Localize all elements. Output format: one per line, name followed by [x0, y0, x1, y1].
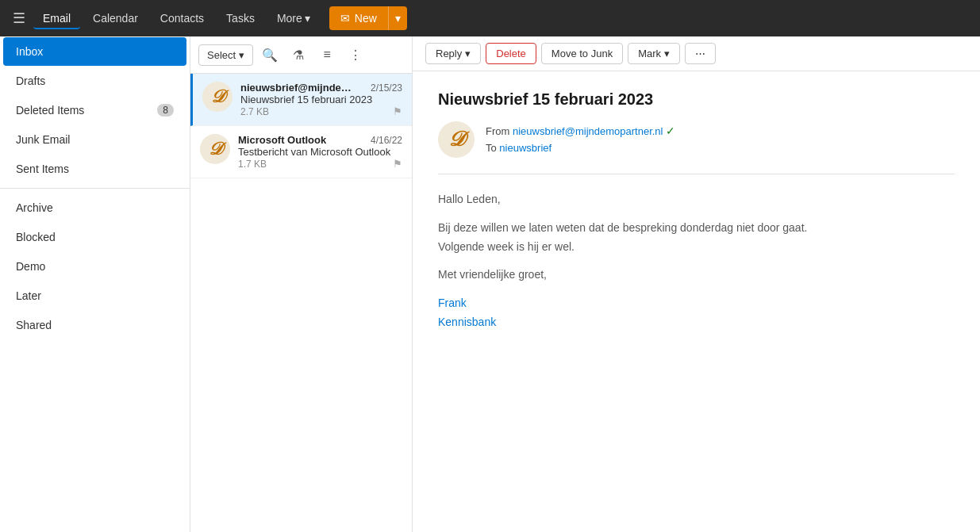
sort-button[interactable]: ≡	[315, 43, 339, 67]
new-button-label: New	[355, 12, 377, 25]
reader-more-button[interactable]: ⋯	[685, 43, 716, 64]
email-sender: Microsoft Outlook	[238, 134, 326, 146]
filter-icon: ⚗	[293, 48, 304, 63]
sidebar-item-label: Drafts	[16, 75, 45, 87]
email-greeting: Hallo Leden,	[438, 190, 955, 209]
email-item[interactable]: 𝒟 Microsoft Outlook 4/16/22 Testbericht …	[190, 126, 412, 178]
sidebar-item-inbox[interactable]: Inbox	[3, 37, 186, 66]
to-label: To	[486, 142, 497, 154]
email-date: 4/16/22	[371, 135, 402, 146]
email-body: Hallo Leden, Bij deze willen we laten we…	[438, 190, 955, 332]
sidebar-item-label: Deleted Items	[16, 104, 84, 117]
sidebar-toggle-button[interactable]: ☰	[8, 7, 30, 29]
delete-button[interactable]: Delete	[486, 43, 536, 64]
from-label: From	[486, 125, 509, 137]
avatar-letter: 𝒟	[210, 86, 225, 107]
sidebar-item-label: Archive	[16, 201, 53, 214]
sidebar-item-sent-items[interactable]: Sent Items	[3, 155, 186, 183]
email-list: 𝒟 nieuwsbrief@mijndemo... 2/15/23 Nieuws…	[190, 74, 412, 532]
sidebar-item-label: Shared	[16, 319, 52, 331]
sidebar-item-label: Later	[16, 289, 41, 302]
email-title: Nieuwsbrief 15 februari 2023	[438, 90, 955, 109]
sidebar-item-drafts[interactable]: Drafts	[3, 67, 186, 95]
more-options-button[interactable]: ⋮	[344, 43, 367, 67]
email-subject: Nieuwsbrief 15 februari 2023	[240, 94, 402, 105]
more-options-icon: ⋮	[349, 48, 362, 63]
sidebar-item-archive[interactable]: Archive	[3, 193, 186, 222]
hamburger-icon: ☰	[13, 10, 25, 27]
email-item[interactable]: 𝒟 nieuwsbrief@mijndemo... 2/15/23 Nieuws…	[190, 74, 412, 126]
email-date: 2/15/23	[371, 82, 402, 94]
sidebar-item-label: Inbox	[16, 45, 43, 58]
sender-avatar: 𝒟	[438, 121, 475, 158]
reply-label: Reply	[436, 48, 462, 59]
top-nav: ☰ Email Calendar Contacts Tasks More ▾ ✉…	[0, 0, 980, 36]
mark-button[interactable]: Mark ▾	[628, 43, 680, 64]
flag-icon[interactable]: ⚑	[393, 158, 402, 170]
move-to-junk-button[interactable]: Move to Junk	[541, 43, 623, 64]
flag-icon[interactable]: ⚑	[393, 105, 402, 117]
avatar: 𝒟	[202, 82, 233, 112]
to-name-link[interactable]: nieuwsbrief	[499, 142, 551, 154]
sort-icon: ≡	[323, 48, 330, 62]
email-list-panel: Select ▾ 🔍 ⚗ ≡ ⋮ 𝒟	[190, 36, 413, 532]
email-closing: Met vriendelijke groet,	[438, 266, 955, 285]
sidebar: Inbox Drafts Deleted Items 8 Junk Email …	[0, 36, 190, 532]
mark-chevron-icon: ▾	[664, 48, 670, 59]
avatar-letter: 𝒟	[208, 139, 222, 159]
delete-label: Delete	[496, 48, 526, 59]
more-chevron-icon: ▾	[305, 12, 310, 25]
sidebar-item-later[interactable]: Later	[3, 281, 186, 310]
from-email-link[interactable]: nieuwsbrief@mijndemopartner.nl	[513, 125, 663, 137]
compose-icon: ✉	[340, 12, 350, 25]
reply-chevron-icon: ▾	[465, 48, 471, 59]
new-email-button[interactable]: ✉ New ▾	[329, 6, 407, 30]
email-sender: nieuwsbrief@mijndemo...	[240, 82, 359, 94]
more-label: More	[277, 12, 302, 25]
email-signature: Frank Kennisbank	[438, 294, 955, 332]
move-to-junk-label: Move to Junk	[551, 48, 613, 59]
nav-item-contacts[interactable]: Contacts	[151, 7, 213, 29]
nav-more-button[interactable]: More ▾	[267, 7, 320, 29]
email-paragraph1: Bij deze willen we laten weten dat de be…	[438, 219, 955, 257]
email-from-details: From nieuwsbrief@mijndemopartner.nl ✓ To…	[486, 122, 675, 157]
nav-item-calendar[interactable]: Calendar	[83, 7, 148, 29]
reader-content: Nieuwsbrief 15 februari 2023 𝒟 From nieu…	[413, 71, 980, 532]
sidebar-divider	[0, 188, 190, 189]
sidebar-item-shared[interactable]: Shared	[3, 311, 186, 339]
sidebar-item-label: Blocked	[16, 231, 56, 243]
main-layout: Inbox Drafts Deleted Items 8 Junk Email …	[0, 36, 980, 532]
sidebar-item-deleted-items[interactable]: Deleted Items 8	[3, 96, 186, 124]
avatar-letter: 𝒟	[448, 128, 465, 151]
nav-item-email[interactable]: Email	[33, 7, 80, 29]
email-size: 1.7 KB	[238, 159, 267, 170]
mark-label: Mark	[638, 48, 661, 59]
avatar: 𝒟	[200, 134, 230, 164]
email-item-content: nieuwsbrief@mijndemo... 2/15/23 Nieuwsbr…	[240, 82, 402, 117]
new-button-chevron[interactable]: ▾	[389, 6, 407, 30]
verified-icon: ✓	[666, 124, 675, 137]
select-label: Select	[207, 49, 236, 61]
sidebar-item-label: Sent Items	[16, 163, 69, 175]
select-chevron-icon: ▾	[239, 49, 244, 61]
sidebar-item-blocked[interactable]: Blocked	[3, 223, 186, 251]
search-icon: 🔍	[262, 48, 278, 63]
email-item-content: Microsoft Outlook 4/16/22 Testbericht va…	[238, 134, 402, 170]
email-reader: Reply ▾ Delete Move to Junk Mark ▾ ⋯ Nie…	[413, 36, 980, 532]
sidebar-item-junk-email[interactable]: Junk Email	[3, 125, 186, 154]
email-body-divider	[438, 174, 955, 174]
search-button[interactable]: 🔍	[258, 43, 282, 67]
email-list-toolbar: Select ▾ 🔍 ⚗ ≡ ⋮	[190, 36, 412, 74]
email-size: 2.7 KB	[240, 106, 269, 117]
reader-toolbar: Reply ▾ Delete Move to Junk Mark ▾ ⋯	[413, 36, 980, 71]
email-from-row: 𝒟 From nieuwsbrief@mijndemopartner.nl ✓ …	[438, 121, 955, 158]
sidebar-item-label: Demo	[16, 260, 45, 273]
nav-item-tasks[interactable]: Tasks	[217, 7, 264, 29]
filter-button[interactable]: ⚗	[286, 43, 310, 67]
sidebar-item-label: Junk Email	[16, 133, 70, 146]
email-subject: Testbericht van Microsoft Outlook	[238, 146, 402, 158]
deleted-items-badge: 8	[157, 104, 174, 117]
sidebar-item-demo[interactable]: Demo	[3, 252, 186, 281]
reply-button[interactable]: Reply ▾	[425, 43, 481, 64]
select-button[interactable]: Select ▾	[198, 44, 253, 66]
